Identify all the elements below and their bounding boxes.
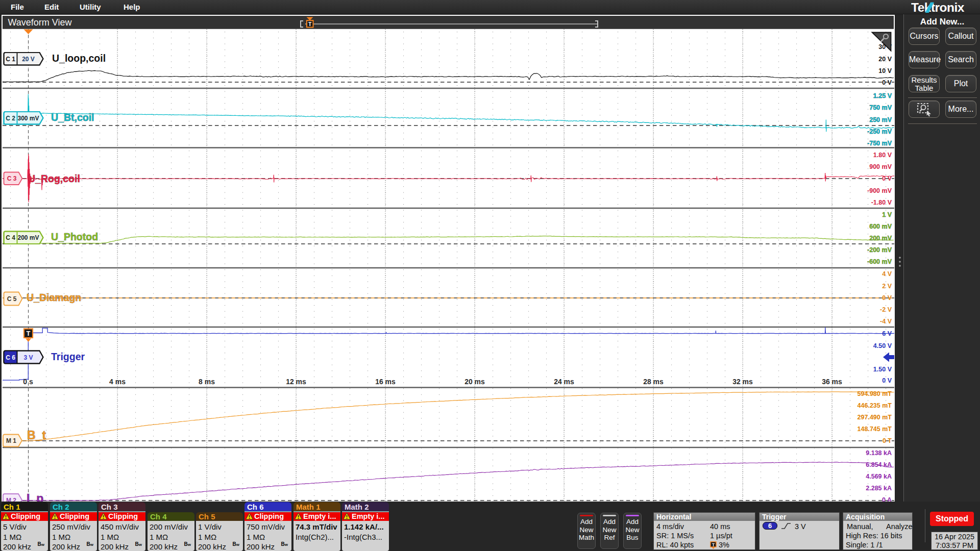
svg-text:1.80 V: 1.80 V [873, 152, 892, 159]
svg-text:250 mV: 250 mV [869, 116, 892, 123]
svg-text:C 4: C 4 [6, 234, 15, 241]
svg-text:6.854 kA: 6.854 kA [866, 461, 892, 468]
svg-text:1.50 V: 1.50 V [873, 366, 892, 373]
svg-text:-750 mV: -750 mV [867, 140, 892, 147]
svg-text:-600 mV: -600 mV [867, 258, 892, 265]
svg-text:I_p: I_p [27, 492, 43, 503]
svg-text:0 V: 0 V [882, 294, 892, 302]
svg-text:4 ms: 4 ms [109, 378, 126, 386]
svg-text:300 mV: 300 mV [17, 115, 39, 122]
svg-text:-900 mV: -900 mV [867, 187, 892, 194]
svg-text:T: T [27, 330, 31, 337]
svg-text:4.50 V: 4.50 V [873, 342, 892, 349]
svg-text:1.25 V: 1.25 V [873, 92, 892, 99]
svg-text:U_Rog,coil: U_Rog,coil [28, 173, 80, 184]
svg-text:12 ms: 12 ms [286, 378, 306, 386]
svg-text:16 ms: 16 ms [375, 378, 396, 386]
svg-text:-4 V: -4 V [880, 318, 892, 325]
svg-text:148.745 mT: 148.745 mT [857, 425, 892, 433]
svg-text:0 V: 0 V [882, 175, 892, 182]
svg-text:Tektronix: Tektronix [911, 1, 965, 14]
svg-text:4 V: 4 V [882, 270, 892, 278]
svg-text:24 ms: 24 ms [554, 378, 574, 386]
svg-text:-1.80 V: -1.80 V [871, 199, 892, 206]
svg-text:8 ms: 8 ms [199, 378, 215, 386]
svg-text:20 ms: 20 ms [464, 378, 485, 386]
svg-text:20 V: 20 V [22, 56, 35, 63]
svg-text:C 6: C 6 [6, 354, 15, 361]
svg-text:0 s: 0 s [23, 378, 33, 386]
svg-text:-250 mV: -250 mV [867, 128, 892, 135]
svg-text:3 V: 3 V [23, 354, 33, 361]
svg-text:600 mV: 600 mV [869, 223, 892, 230]
svg-text:-200 mV: -200 mV [867, 246, 892, 254]
svg-text:28 ms: 28 ms [643, 378, 664, 386]
svg-text:2.285 kA: 2.285 kA [866, 485, 892, 492]
svg-text:U_loop,coil: U_loop,coil [52, 53, 106, 64]
svg-text:Trigger: Trigger [51, 351, 85, 362]
svg-text:10 V: 10 V [878, 67, 892, 74]
svg-text:C 1: C 1 [6, 56, 15, 63]
svg-text:0 T: 0 T [883, 437, 892, 444]
svg-text:4.569 kA: 4.569 kA [866, 473, 892, 480]
svg-text:200 mV: 200 mV [869, 235, 892, 242]
svg-text:T: T [712, 542, 715, 547]
svg-text:U_Diamagn: U_Diamagn [27, 292, 81, 303]
svg-text:T: T [308, 20, 311, 27]
svg-text:C 5: C 5 [7, 295, 17, 303]
svg-text:297.490 mT: 297.490 mT [857, 414, 892, 421]
svg-text:20 V: 20 V [878, 56, 892, 63]
svg-text:750 mV: 750 mV [869, 104, 892, 111]
svg-text:B_t: B_t [27, 429, 46, 442]
svg-text:446.235 mT: 446.235 mT [857, 402, 892, 409]
svg-text:C 3: C 3 [7, 175, 17, 182]
svg-text:0 V: 0 V [882, 79, 892, 86]
svg-text:9.138 kA: 9.138 kA [866, 449, 892, 457]
svg-text:32 ms: 32 ms [732, 378, 753, 386]
svg-text:6 V: 6 V [882, 330, 892, 337]
svg-text:36 ms: 36 ms [822, 378, 842, 386]
svg-text:200 mV: 200 mV [17, 234, 39, 241]
svg-text:594.980 mT: 594.980 mT [857, 390, 892, 397]
svg-text:900 mV: 900 mV [869, 163, 892, 170]
svg-text:0 V: 0 V [882, 377, 892, 384]
svg-text:-2 V: -2 V [880, 306, 892, 313]
svg-text:U_Bt,coil: U_Bt,coil [51, 112, 94, 123]
svg-text:1 V: 1 V [882, 211, 892, 218]
svg-text:M 1: M 1 [6, 437, 16, 444]
svg-text:2 V: 2 V [882, 283, 892, 290]
svg-text:C 2: C 2 [6, 115, 15, 122]
svg-text:U_Photod: U_Photod [51, 231, 98, 242]
